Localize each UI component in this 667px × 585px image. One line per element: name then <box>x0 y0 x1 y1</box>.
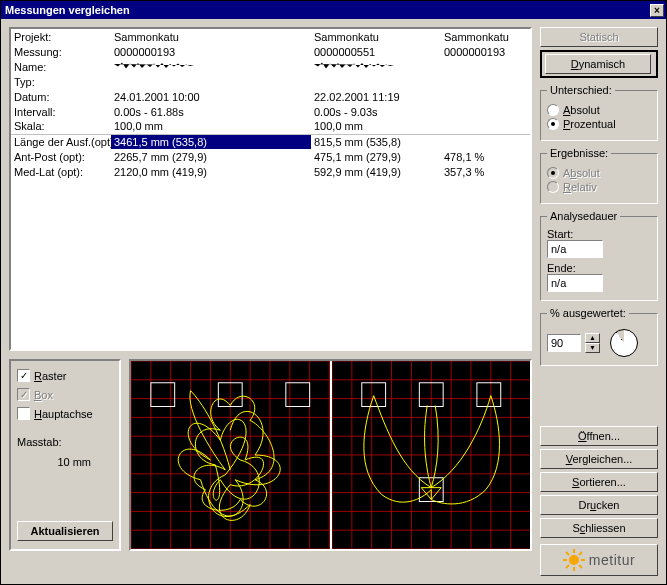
plots-panel <box>129 359 532 551</box>
radio-absolut-diff[interactable]: Absolut <box>547 104 651 116</box>
svg-rect-47 <box>361 383 385 407</box>
cell-intervall-0[interactable]: 0.00s - 61.88s <box>111 104 311 119</box>
row-label-projekt: Projekt: <box>11 29 111 44</box>
close-icon[interactable]: × <box>650 4 664 17</box>
ergebnisse-title: Ergebnisse: <box>547 147 611 159</box>
svg-point-51 <box>569 555 579 565</box>
plot-right[interactable] <box>332 361 531 549</box>
statisch-button: Statisch <box>540 27 658 47</box>
schliessen-button[interactable]: Schliessen <box>540 518 658 538</box>
row-label-laenge: Länge der Ausf.(opt): <box>11 134 111 149</box>
dynamisch-button[interactable]: Dynamisch <box>545 54 651 74</box>
cell-name-0[interactable] <box>111 59 311 74</box>
cell-projekt-2[interactable]: Sammonkatu <box>441 29 530 44</box>
cell-messung-0[interactable]: 0000000193 <box>111 44 311 59</box>
window-title: Messungen vergleichen <box>5 4 130 16</box>
svg-line-59 <box>566 565 569 568</box>
analysedauer-title: Analysedauer <box>547 210 620 222</box>
metitur-logo: metitur <box>540 544 658 576</box>
cell-messung-1[interactable]: 0000000551 <box>311 44 441 59</box>
unterschied-group: Unterschied: Absolut Prozentual <box>540 84 658 141</box>
cell-skala-0[interactable]: 100,0 mm <box>111 119 311 134</box>
plot-options-panel: ✓Raster ✓Box Hauptachse Masstab: 10 mm A… <box>9 359 121 551</box>
row-label-messung: Messung: <box>11 44 111 59</box>
unterschied-title: Unterschied: <box>547 84 615 96</box>
drucken-button[interactable]: Drucken <box>540 495 658 515</box>
cell-intervall-1[interactable]: 0.00s - 9.03s <box>311 104 441 119</box>
plot-left[interactable] <box>131 361 330 549</box>
start-input[interactable] <box>547 240 603 258</box>
cell-antpost-diff[interactable]: 478,1 % <box>441 149 530 164</box>
row-label-datum: Datum: <box>11 89 111 104</box>
ausgewertet-spinner[interactable]: ▲ ▼ <box>585 333 600 353</box>
sun-icon <box>563 549 585 571</box>
radio-relativ: Relativ <box>547 181 651 193</box>
row-label-skala: Skala: <box>11 119 111 134</box>
ausgewertet-group: % ausgewertet: ▲ ▼ <box>540 307 658 366</box>
cell-medlat-0[interactable]: 2120,0 mm (419,9) <box>111 164 311 179</box>
row-label-medlat: Med-Lat (opt): <box>11 164 111 179</box>
pie-icon <box>610 329 638 357</box>
oeffnen-button[interactable]: Öffnen... <box>540 426 658 446</box>
row-label-typ: Typ: <box>11 74 111 89</box>
signature-icon <box>314 61 394 71</box>
cell-datum-1[interactable]: 22.02.2001 11:19 <box>311 89 441 104</box>
checkbox-hauptachse[interactable]: Hauptachse <box>17 407 113 420</box>
cell-antpost-1[interactable]: 475,1 mm (279,9) <box>311 149 441 164</box>
logo-text: metitur <box>589 552 635 568</box>
row-label-name: Name: <box>11 59 111 74</box>
ergebnisse-group: Ergebnisse: Absolut Relativ <box>540 147 658 204</box>
checkbox-raster[interactable]: ✓Raster <box>17 369 113 382</box>
spin-down-icon[interactable]: ▼ <box>585 343 600 353</box>
spin-up-icon[interactable]: ▲ <box>585 333 600 343</box>
raster-label: aster <box>42 370 66 382</box>
svg-line-56 <box>566 552 569 555</box>
cell-medlat-diff[interactable]: 357,3 % <box>441 164 530 179</box>
row-label-intervall: Intervall: <box>11 104 111 119</box>
checkbox-box: ✓Box <box>17 388 113 401</box>
signature-icon <box>114 61 194 71</box>
cell-messung-2[interactable]: 0000000193 <box>441 44 530 59</box>
massstab-value: 10 mm <box>17 456 113 468</box>
measurements-table: Projekt: Sammonkatu Sammonkatu Sammonkat… <box>11 29 530 179</box>
start-label: Start: <box>547 228 651 240</box>
radio-absolut-result: Absolut <box>547 167 651 179</box>
cell-projekt-0[interactable]: Sammonkatu <box>111 29 311 44</box>
ausgewertet-input[interactable] <box>547 334 581 352</box>
aktualisieren-button[interactable]: Aktualisieren <box>17 521 113 541</box>
svg-line-58 <box>579 552 582 555</box>
radio-prozentual[interactable]: Prozentual <box>547 118 651 130</box>
cell-medlat-1[interactable]: 592,9 mm (419,9) <box>311 164 441 179</box>
cell-skala-1[interactable]: 100,0 mm <box>311 119 441 134</box>
vergleichen-button[interactable]: Vergleichen... <box>540 449 658 469</box>
massstab-label: Masstab: <box>17 436 113 448</box>
cell-name-2[interactable] <box>441 59 530 74</box>
compare-measurements-window: Messungen vergleichen × Projekt: Sammonk… <box>0 0 667 585</box>
ende-input[interactable] <box>547 274 603 292</box>
cell-laenge-0[interactable]: 3461,5 mm (535,8) <box>111 134 311 149</box>
ausgewertet-label: % ausgewertet: <box>547 307 629 319</box>
measurements-table-panel: Projekt: Sammonkatu Sammonkatu Sammonkat… <box>9 27 532 351</box>
cell-projekt-1[interactable]: Sammonkatu <box>311 29 441 44</box>
titlebar: Messungen vergleichen × <box>1 1 666 19</box>
analysedauer-group: Analysedauer Start: Ende: <box>540 210 658 301</box>
cell-antpost-0[interactable]: 2265,7 mm (279,9) <box>111 149 311 164</box>
ende-label: Ende: <box>547 262 651 274</box>
cell-datum-0[interactable]: 24.01.2001 10:00 <box>111 89 311 104</box>
sortieren-button[interactable]: Sortieren... <box>540 472 658 492</box>
svg-line-57 <box>579 565 582 568</box>
cell-name-1[interactable] <box>311 59 441 74</box>
row-label-antpost: Ant-Post (opt): <box>11 149 111 164</box>
cell-laenge-1[interactable]: 815,5 mm (535,8) <box>311 134 441 149</box>
